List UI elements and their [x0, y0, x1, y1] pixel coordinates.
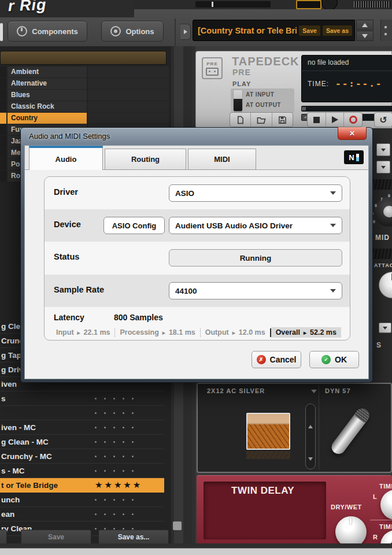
preset-label: g Clean - MC — [0, 438, 95, 446]
preset-rating[interactable] — [95, 398, 164, 399]
scroll-down-icon[interactable] — [308, 457, 313, 461]
amp-dropdown-2[interactable] — [376, 161, 390, 173]
preset-label: Crunchy - MC — [0, 452, 95, 461]
preset-row[interactable]: iven - MC — [0, 420, 164, 435]
preset-row[interactable]: s — [0, 391, 164, 406]
genre-gutter — [0, 171, 6, 182]
separator-handle[interactable] — [173, 521, 182, 530]
sample-rate-dropdown[interactable]: 44100 — [169, 282, 342, 299]
preset-rating[interactable] — [95, 456, 164, 457]
position-handle[interactable] — [302, 107, 306, 110]
save-button[interactable]: Save — [21, 530, 91, 545]
dry-wet-knob[interactable] — [335, 516, 367, 543]
preset-row[interactable]: ean — [0, 507, 164, 521]
save-as-button[interactable]: Save as... — [98, 530, 169, 545]
dialog-title: Audio and MIDI Settings — [29, 132, 110, 140]
play-mode-label: PLAY — [232, 80, 251, 87]
save-as-chip-button[interactable]: Save as — [323, 25, 352, 36]
genre-row[interactable]: Alternative — [0, 78, 169, 89]
components-button[interactable]: Components — [8, 21, 87, 42]
preset-rating[interactable] — [95, 412, 164, 414]
cancel-button[interactable]: ✗ Cancel — [252, 351, 301, 368]
preset-rating[interactable] — [95, 499, 164, 501]
tab-routing[interactable]: Routing — [105, 149, 186, 170]
save-file-button[interactable] — [272, 113, 293, 127]
partial-button[interactable] — [0, 23, 3, 41]
preset-prev-button[interactable] — [356, 20, 373, 30]
asio-config-button[interactable]: ASIO Config — [103, 217, 165, 234]
time-r-knob[interactable] — [380, 530, 392, 543]
preset-label: ean — [0, 510, 95, 519]
genre-row[interactable]: Blues — [0, 90, 169, 101]
preset-row[interactable]: Crunchy - MC — [0, 449, 164, 464]
amp-dropdown-1[interactable] — [376, 143, 390, 156]
driver-dropdown[interactable]: ASIO — [169, 184, 342, 202]
slider-handle[interactable] — [212, 2, 213, 7]
attack-knob[interactable] — [379, 272, 392, 298]
device-dropdown[interactable]: Audient USB Audio ASIO Driver — [169, 217, 342, 234]
latency-metric-input: Input▸22.1 ms — [51, 327, 114, 338]
toggle-switch[interactable] — [234, 90, 242, 111]
rating-dot-icon — [95, 441, 97, 443]
preset-row[interactable] — [0, 406, 164, 420]
play-position-toggle[interactable]: AT INPUT AT OUTPUT — [231, 88, 294, 113]
rating-stars[interactable]: ★★★★★ — [95, 480, 164, 490]
tempo-display[interactable] — [296, 0, 321, 9]
record-button[interactable] — [344, 113, 362, 127]
time-l-label: TIME — [379, 483, 392, 490]
cassette-icon — [206, 68, 219, 76]
partial-footer-button[interactable] — [0, 530, 7, 545]
mid-knob[interactable]: 5678910 — [374, 197, 392, 227]
preset-row[interactable]: t or Tele Bridge★★★★★ — [0, 478, 164, 493]
tape-position-slider[interactable] — [301, 106, 392, 112]
time-l-knob[interactable] — [380, 490, 392, 520]
tab-midi[interactable]: MIDI — [188, 149, 256, 170]
open-file-button[interactable] — [251, 113, 272, 127]
tab-audio[interactable]: Audio — [29, 146, 103, 170]
preset-rating[interactable] — [95, 427, 164, 428]
ok-button[interactable]: ✓ OK — [309, 351, 359, 368]
amp-dropdown-3[interactable] — [379, 323, 391, 333]
transport-group — [307, 112, 363, 127]
rating-dot-icon — [95, 412, 97, 414]
master-slider[interactable] — [195, 1, 271, 8]
mic-image[interactable] — [329, 406, 372, 457]
preset-rating[interactable] — [95, 470, 164, 472]
genre-row[interactable]: Country — [0, 113, 169, 124]
preset-rating[interactable] — [95, 441, 164, 443]
genre-row[interactable]: Classic Rock — [0, 101, 169, 112]
caret-down-icon — [381, 166, 386, 169]
ok-label: OK — [335, 355, 347, 364]
play-button[interactable] — [326, 113, 345, 127]
panel-collapse-arrow[interactable] — [180, 24, 191, 40]
scroll-up-icon[interactable] — [308, 425, 313, 428]
dialog-close-button[interactable]: ✕ — [338, 127, 367, 140]
stop-button[interactable] — [308, 113, 326, 127]
genre-gutter — [0, 113, 6, 124]
time-value: --:--.- — [335, 78, 382, 89]
rating-dot-icon — [123, 412, 124, 414]
cabinet-image[interactable] — [246, 413, 290, 450]
new-file-button[interactable] — [230, 113, 251, 127]
mic-title: DYN 57 — [325, 387, 351, 394]
options-button[interactable]: Options — [101, 21, 164, 42]
save-chip-button[interactable]: Save — [299, 25, 320, 36]
preset-row[interactable]: s - MC — [0, 464, 164, 478]
preset-row[interactable]: g Clean - MC — [0, 435, 164, 449]
preset-next-button[interactable] — [356, 31, 373, 41]
right-arrow-icon — [184, 29, 187, 34]
overflow-menu-button[interactable] — [380, 20, 392, 41]
loop-button[interactable]: ↺ — [374, 112, 392, 127]
browser-search-bar[interactable] — [0, 51, 167, 65]
cabinet-scrollbar[interactable] — [305, 404, 316, 469]
metric-name: Processing — [120, 328, 158, 336]
genre-right-cell — [88, 101, 169, 112]
genre-row[interactable]: Ambient — [0, 66, 169, 77]
tapedeck-badge: PRE — [202, 57, 223, 79]
genre-gutter — [0, 124, 6, 135]
latency-samples: 800 Samples — [114, 313, 163, 322]
preset-name-field[interactable]: [Country Strat or Tele Bri Save Save as — [193, 20, 355, 41]
preset-row[interactable]: unch — [0, 493, 164, 507]
preset-rating[interactable] — [95, 513, 164, 515]
cabinet-dropdown-icon[interactable] — [311, 390, 317, 393]
